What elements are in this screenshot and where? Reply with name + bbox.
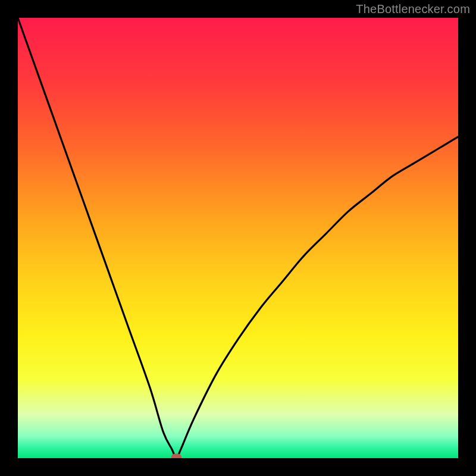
optimal-point-marker: [171, 454, 181, 458]
curve-layer: [18, 18, 458, 458]
plot-area: [18, 18, 458, 458]
chart-frame: TheBottlenecker.com: [0, 0, 476, 476]
bottleneck-curve: [18, 18, 458, 458]
watermark-text: TheBottlenecker.com: [356, 2, 470, 16]
